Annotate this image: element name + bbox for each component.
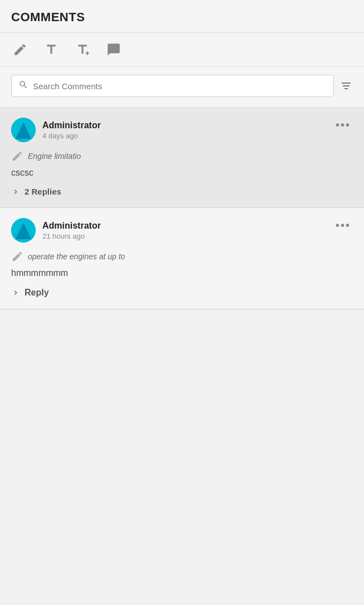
timestamp: 21 hours ago bbox=[42, 232, 101, 240]
timestamp: 4 days ago bbox=[42, 132, 101, 140]
toolbar bbox=[0, 33, 364, 67]
text-icon[interactable] bbox=[42, 41, 60, 59]
pencil-icon[interactable] bbox=[11, 41, 29, 59]
comment-text: hmmmmmmm bbox=[11, 267, 353, 279]
filter-icon[interactable] bbox=[339, 79, 353, 93]
search-icon bbox=[18, 80, 28, 92]
comment-content: operate the engines at up to hmmmmmmm bbox=[11, 250, 353, 279]
user-details: Administrator 4 days ago bbox=[42, 120, 101, 140]
comment-header: Administrator 21 hours ago ••• bbox=[11, 218, 353, 243]
annotation-line: operate the engines at up to bbox=[11, 250, 353, 263]
comment-item: Administrator 4 days ago ••• Engine limi… bbox=[0, 108, 364, 208]
comment-header: Administrator 4 days ago ••• bbox=[11, 118, 353, 142]
annotation-line: Engine limitatio bbox=[11, 150, 353, 162]
text-add-icon[interactable] bbox=[74, 41, 91, 59]
search-input[interactable] bbox=[33, 81, 327, 91]
replies-count-label: 2 Replies bbox=[25, 187, 61, 196]
username: Administrator bbox=[42, 120, 101, 130]
replies-toggle[interactable]: 2 Replies bbox=[11, 187, 353, 196]
annotation-text: Engine limitatio bbox=[28, 152, 81, 161]
comment-bubble-icon[interactable] bbox=[105, 41, 123, 59]
user-info: Administrator 21 hours ago bbox=[11, 218, 101, 243]
search-container[interactable] bbox=[11, 75, 334, 97]
search-section bbox=[0, 67, 364, 108]
annotation-pencil-icon bbox=[11, 150, 23, 162]
user-info: Administrator 4 days ago bbox=[11, 118, 101, 142]
chevron-right-icon bbox=[11, 288, 20, 297]
reply-toggle[interactable]: Reply bbox=[11, 288, 353, 298]
page-title: COMMENTS bbox=[11, 10, 85, 24]
comment-content: Engine limitatio cscsc bbox=[11, 150, 353, 179]
avatar bbox=[11, 218, 36, 243]
reply-label: Reply bbox=[25, 288, 49, 298]
user-details: Administrator 21 hours ago bbox=[42, 221, 101, 240]
avatar bbox=[11, 118, 36, 142]
bottom-area bbox=[0, 309, 364, 376]
annotation-text: operate the engines at up to bbox=[28, 252, 125, 261]
username: Administrator bbox=[42, 221, 101, 231]
comment-item: Administrator 21 hours ago ••• operate t… bbox=[0, 208, 364, 309]
more-options-button[interactable]: ••• bbox=[333, 219, 353, 232]
comment-text: cscsc bbox=[11, 167, 353, 179]
annotation-pencil-icon bbox=[11, 250, 23, 263]
more-options-button[interactable]: ••• bbox=[333, 119, 353, 132]
comments-header: COMMENTS bbox=[0, 0, 364, 33]
chevron-right-icon bbox=[11, 187, 20, 196]
